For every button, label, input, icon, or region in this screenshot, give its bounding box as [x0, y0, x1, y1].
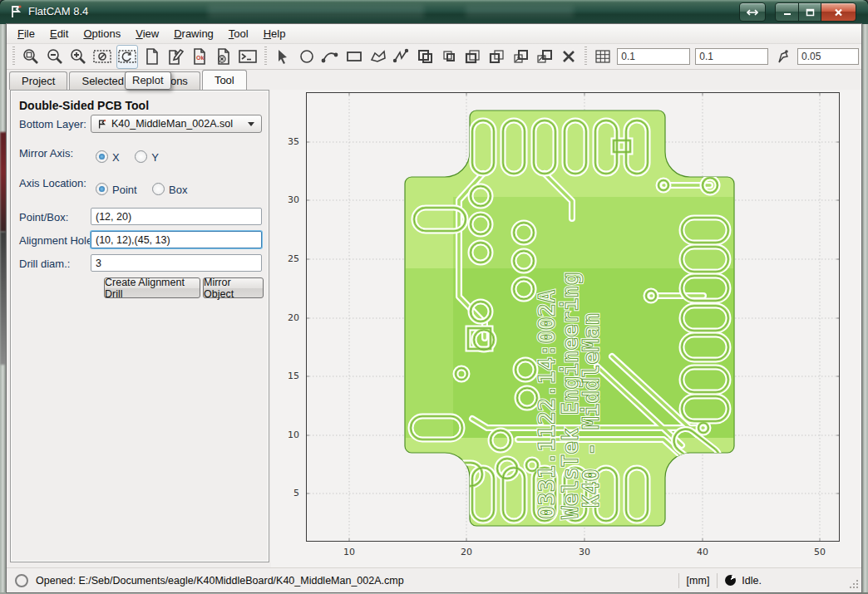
subtract-button[interactable]: [463, 45, 484, 69]
save-ok-button[interactable]: Ok: [190, 45, 210, 69]
double-sided-pcb-tool-panel: Double-Sided PCB Tool Bottom Layer: K40_…: [10, 90, 269, 562]
shell-button[interactable]: [237, 45, 259, 69]
menu-file[interactable]: File: [10, 25, 42, 42]
activity-icon: [725, 575, 736, 586]
menu-drawing[interactable]: Drawing: [166, 25, 221, 42]
mirror-axis-x-label: X: [112, 151, 120, 164]
title-bar[interactable]: FlatCAM 8.4: [0, 0, 868, 24]
window-title: FlatCAM 8.4: [28, 5, 88, 17]
y-tick-label: 10: [279, 430, 299, 440]
y-tick-label: 35: [279, 136, 299, 147]
svg-text:0331.1122.14:002A: 0331.1122.14:002A: [534, 290, 560, 519]
alignment-holes-input[interactable]: [91, 231, 262, 248]
toolbar-handle[interactable]: [12, 47, 15, 66]
mirror-axis-label: Mirror Axis:: [19, 147, 73, 160]
window-border-left: [0, 24, 7, 594]
toolbar-handle[interactable]: [264, 47, 267, 66]
y-tick-label: 15: [279, 371, 299, 381]
pcb-board: 0331.1122.14:002A WelsTek Engineering K4…: [405, 110, 734, 526]
close-button[interactable]: [821, 2, 856, 22]
draw-polygon-button[interactable]: [367, 45, 388, 69]
create-alignment-drill-button[interactable]: Create Alignment Drill: [104, 277, 200, 298]
drill-diam-input[interactable]: [91, 254, 262, 272]
mirror-axis-y-label: Y: [151, 151, 159, 164]
shade-button[interactable]: [739, 2, 766, 22]
toolbar-handle[interactable]: [584, 47, 587, 66]
point-box-input[interactable]: [91, 208, 262, 225]
copy-objects-button[interactable]: [510, 45, 531, 69]
point-box-label: Point/Box:: [19, 211, 68, 223]
axis-location-label: Axis Location:: [19, 177, 86, 189]
axis-location-point-label: Point: [112, 184, 137, 196]
clear-plot-button[interactable]: [91, 45, 113, 69]
mirror-axis-y-radio[interactable]: [135, 150, 147, 163]
draw-rectangle-button[interactable]: [344, 45, 365, 69]
draw-circle-button[interactable]: [296, 45, 317, 69]
grid-y-input[interactable]: [695, 48, 768, 65]
menu-help[interactable]: Help: [256, 25, 293, 42]
alignment-holes-label: Alignment Holes:: [19, 234, 101, 247]
panel-title: Double-Sided PCB Tool: [19, 99, 149, 112]
tab-project-label: Project: [22, 75, 55, 87]
menu-bar: File Edit Options View Drawing Tool Help: [7, 24, 861, 44]
y-tick-label: 5: [279, 488, 299, 498]
mirror-axis-group: X Y: [96, 150, 170, 164]
chevron-down-icon: [248, 122, 254, 126]
x-tick-label: 10: [337, 547, 362, 557]
delete-object-file-button[interactable]: [213, 45, 234, 69]
replot-button[interactable]: [116, 45, 138, 69]
new-project-button[interactable]: [141, 45, 162, 69]
bottom-layer-value: K40_MiddleMan_002A.sol: [111, 118, 248, 130]
open-project-button[interactable]: [165, 45, 186, 69]
zoom-in-button[interactable]: [68, 45, 89, 69]
menu-view[interactable]: View: [128, 25, 166, 42]
snap-max-input[interactable]: [797, 48, 859, 65]
maximize-button[interactable]: [798, 2, 822, 22]
select-tool-button[interactable]: [273, 45, 293, 69]
zoom-fit-button[interactable]: [21, 45, 42, 69]
flatcam-logo-icon: [8, 4, 23, 19]
drill-diam-label: Drill diam.:: [19, 258, 70, 270]
activity-state: Idle.: [742, 575, 762, 587]
mirror-axis-x-radio[interactable]: [96, 150, 108, 163]
axis-location-box-radio[interactable]: [152, 183, 165, 195]
status-ring-icon: [15, 574, 28, 587]
flatcam-logo-icon: [96, 119, 107, 130]
menu-tool[interactable]: Tool: [221, 25, 256, 42]
mirror-object-button[interactable]: Mirror Object: [203, 277, 264, 298]
axis-location-group: Point Box: [96, 182, 200, 197]
move-objects-button[interactable]: [535, 45, 555, 69]
grid-x-input[interactable]: [617, 48, 690, 65]
draw-polyline-button[interactable]: [392, 45, 412, 69]
zoom-out-button[interactable]: [44, 45, 65, 69]
resize-grip[interactable]: [848, 578, 858, 588]
delete-shape-button[interactable]: [559, 45, 579, 69]
cut-path-button[interactable]: [487, 45, 508, 69]
corner-snap-icon[interactable]: [772, 45, 793, 69]
bottom-layer-select[interactable]: K40_MiddleMan_002A.sol: [91, 115, 262, 133]
background-window-ghost: [0, 132, 7, 232]
x-tick-label: 20: [454, 547, 479, 557]
pcb-plot[interactable]: 0331.1122.14:002A WelsTek Engineering K4…: [306, 92, 840, 542]
tab-selected-label: Selected: [81, 75, 124, 87]
draw-arc-button[interactable]: [320, 45, 341, 69]
axis-location-box-label: Box: [169, 184, 187, 196]
status-separator: [717, 573, 718, 588]
client-area: File Edit Options View Drawing Tool Help…: [7, 24, 861, 592]
minimize-button[interactable]: [775, 2, 800, 22]
tab-project[interactable]: Project: [9, 71, 67, 90]
axis-location-point-radio[interactable]: [96, 183, 108, 195]
x-tick-label: 30: [572, 547, 597, 557]
union-button[interactable]: [416, 45, 436, 69]
tab-tool-label: Tool: [215, 74, 234, 86]
intersection-button[interactable]: [439, 45, 460, 69]
grid-snap-icon[interactable]: [593, 45, 614, 69]
svg-text:K40 - MiddleMan: K40 - MiddleMan: [579, 312, 604, 508]
menu-options[interactable]: Options: [76, 25, 128, 42]
status-bar: Opened: E:/Seb/Documents/eagle/K40Middle…: [7, 567, 861, 592]
tab-tool[interactable]: Tool: [202, 70, 247, 90]
status-message: Opened: E:/Seb/Documents/eagle/K40Middle…: [36, 575, 404, 587]
menu-edit[interactable]: Edit: [42, 25, 76, 42]
units-indicator: [mm]: [687, 575, 710, 587]
y-tick-label: 30: [279, 194, 299, 205]
